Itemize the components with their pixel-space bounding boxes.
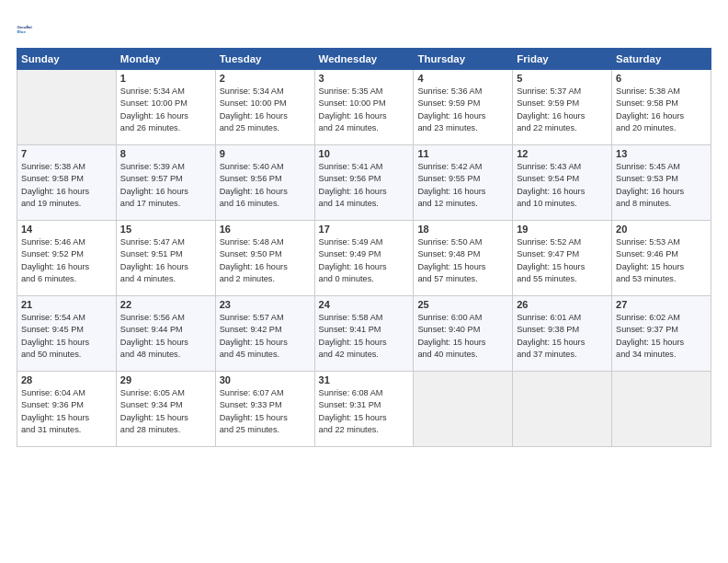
day-info: Sunrise: 5:39 AMSunset: 9:57 PMDaylight:…: [120, 161, 211, 210]
day-info: Sunrise: 5:45 AMSunset: 9:53 PMDaylight:…: [616, 161, 707, 210]
calendar-cell: 13Sunrise: 5:45 AMSunset: 9:53 PMDayligh…: [612, 145, 711, 221]
day-info: Sunrise: 5:34 AMSunset: 10:00 PMDaylight…: [220, 86, 311, 134]
day-info: Sunrise: 5:37 AMSunset: 9:59 PMDaylight:…: [517, 86, 608, 134]
calendar-cell: 15Sunrise: 5:47 AMSunset: 9:51 PMDayligh…: [116, 221, 215, 296]
calendar-cell: 12Sunrise: 5:43 AMSunset: 9:54 PMDayligh…: [513, 145, 612, 221]
calendar-cell: 19Sunrise: 5:52 AMSunset: 9:47 PMDayligh…: [513, 221, 612, 296]
weekday-header-wednesday: Wednesday: [314, 49, 414, 70]
day-info: Sunrise: 6:05 AMSunset: 9:34 PMDaylight:…: [120, 387, 211, 436]
day-info: Sunrise: 5:40 AMSunset: 9:56 PMDaylight:…: [220, 161, 311, 210]
calendar-cell: 22Sunrise: 5:56 AMSunset: 9:44 PMDayligh…: [116, 296, 215, 372]
calendar-cell: 30Sunrise: 6:07 AMSunset: 9:33 PMDayligh…: [215, 372, 314, 447]
day-number: 22: [120, 299, 211, 310]
calendar-cell: 31Sunrise: 6:08 AMSunset: 9:31 PMDayligh…: [314, 372, 414, 447]
calendar-cell: 16Sunrise: 5:48 AMSunset: 9:50 PMDayligh…: [215, 221, 314, 296]
day-info: Sunrise: 5:34 AMSunset: 10:00 PMDaylight…: [120, 86, 211, 134]
day-info: Sunrise: 5:36 AMSunset: 9:59 PMDaylight:…: [417, 86, 508, 134]
day-info: Sunrise: 5:56 AMSunset: 9:44 PMDaylight:…: [120, 312, 211, 361]
day-number: 2: [220, 73, 311, 84]
day-info: Sunrise: 5:54 AMSunset: 9:45 PMDaylight:…: [21, 312, 112, 361]
weekday-header-friday: Friday: [513, 49, 612, 70]
calendar-cell: 11Sunrise: 5:42 AMSunset: 9:55 PMDayligh…: [414, 145, 513, 221]
calendar-cell: 9Sunrise: 5:40 AMSunset: 9:56 PMDaylight…: [215, 145, 314, 221]
day-number: 23: [220, 299, 311, 310]
day-number: 24: [319, 299, 410, 310]
day-info: Sunrise: 5:57 AMSunset: 9:42 PMDaylight:…: [220, 312, 311, 361]
day-info: Sunrise: 6:01 AMSunset: 9:38 PMDaylight:…: [517, 312, 608, 361]
calendar-cell: 24Sunrise: 5:58 AMSunset: 9:41 PMDayligh…: [314, 296, 414, 372]
calendar-cell: 29Sunrise: 6:05 AMSunset: 9:34 PMDayligh…: [116, 372, 215, 447]
calendar-cell: 17Sunrise: 5:49 AMSunset: 9:49 PMDayligh…: [314, 221, 414, 296]
day-number: 12: [517, 148, 608, 159]
day-number: 30: [220, 374, 311, 385]
day-info: Sunrise: 5:47 AMSunset: 9:51 PMDaylight:…: [120, 236, 211, 285]
day-info: Sunrise: 5:38 AMSunset: 9:58 PMDaylight:…: [21, 161, 112, 210]
day-info: Sunrise: 5:42 AMSunset: 9:55 PMDaylight:…: [417, 161, 508, 210]
week-row-4: 21Sunrise: 5:54 AMSunset: 9:45 PMDayligh…: [17, 296, 711, 372]
calendar-cell: 2Sunrise: 5:34 AMSunset: 10:00 PMDayligh…: [215, 70, 314, 145]
calendar-cell: 3Sunrise: 5:35 AMSunset: 10:00 PMDayligh…: [314, 70, 414, 145]
calendar-cell: 25Sunrise: 6:00 AMSunset: 9:40 PMDayligh…: [414, 296, 513, 372]
calendar-cell: 7Sunrise: 5:38 AMSunset: 9:58 PMDaylight…: [17, 145, 117, 221]
calendar-cell: 18Sunrise: 5:50 AMSunset: 9:48 PMDayligh…: [414, 221, 513, 296]
day-number: 25: [417, 299, 508, 310]
day-number: 29: [120, 374, 211, 385]
weekday-header-thursday: Thursday: [414, 49, 513, 70]
day-number: 16: [220, 224, 311, 235]
calendar-cell: 4Sunrise: 5:36 AMSunset: 9:59 PMDaylight…: [414, 70, 513, 145]
day-number: 5: [517, 73, 608, 84]
day-info: Sunrise: 5:53 AMSunset: 9:46 PMDaylight:…: [616, 236, 707, 285]
day-info: Sunrise: 5:52 AMSunset: 9:47 PMDaylight:…: [517, 236, 608, 285]
calendar-cell: [513, 372, 612, 447]
weekday-header-sunday: Sunday: [17, 49, 117, 70]
day-info: Sunrise: 6:08 AMSunset: 9:31 PMDaylight:…: [319, 387, 410, 436]
calendar-cell: 27Sunrise: 6:02 AMSunset: 9:37 PMDayligh…: [612, 296, 711, 372]
calendar-container: General Blue SundayMondayTuesdayWednesda…: [0, 0, 728, 456]
calendar-cell: [17, 70, 117, 145]
week-row-3: 14Sunrise: 5:46 AMSunset: 9:52 PMDayligh…: [17, 221, 711, 296]
day-number: 6: [616, 73, 707, 84]
logo: General Blue: [17, 17, 42, 42]
week-row-2: 7Sunrise: 5:38 AMSunset: 9:58 PMDaylight…: [17, 145, 711, 221]
day-number: 17: [319, 224, 410, 235]
calendar-cell: 6Sunrise: 5:38 AMSunset: 9:58 PMDaylight…: [612, 70, 711, 145]
week-row-5: 28Sunrise: 6:04 AMSunset: 9:36 PMDayligh…: [17, 372, 711, 447]
day-info: Sunrise: 6:02 AMSunset: 9:37 PMDaylight:…: [616, 312, 707, 361]
svg-text:Blue: Blue: [17, 29, 26, 34]
calendar-cell: 14Sunrise: 5:46 AMSunset: 9:52 PMDayligh…: [17, 221, 117, 296]
day-number: 14: [21, 224, 112, 235]
calendar-cell: [414, 372, 513, 447]
day-info: Sunrise: 6:07 AMSunset: 9:33 PMDaylight:…: [220, 387, 311, 436]
calendar-cell: 8Sunrise: 5:39 AMSunset: 9:57 PMDaylight…: [116, 145, 215, 221]
weekday-header-monday: Monday: [116, 49, 215, 70]
day-number: 3: [319, 73, 410, 84]
day-number: 4: [417, 73, 508, 84]
day-number: 8: [120, 148, 211, 159]
day-info: Sunrise: 5:58 AMSunset: 9:41 PMDaylight:…: [319, 312, 410, 361]
day-info: Sunrise: 6:04 AMSunset: 9:36 PMDaylight:…: [21, 387, 112, 436]
day-number: 13: [616, 148, 707, 159]
calendar-cell: 23Sunrise: 5:57 AMSunset: 9:42 PMDayligh…: [215, 296, 314, 372]
calendar-cell: 26Sunrise: 6:01 AMSunset: 9:38 PMDayligh…: [513, 296, 612, 372]
day-info: Sunrise: 5:41 AMSunset: 9:56 PMDaylight:…: [319, 161, 410, 210]
day-number: 1: [120, 73, 211, 84]
day-number: 31: [319, 374, 410, 385]
svg-text:General: General: [17, 25, 31, 29]
calendar-cell: 1Sunrise: 5:34 AMSunset: 10:00 PMDayligh…: [116, 70, 215, 145]
day-number: 10: [319, 148, 410, 159]
day-number: 9: [220, 148, 311, 159]
day-info: Sunrise: 5:49 AMSunset: 9:49 PMDaylight:…: [319, 236, 410, 285]
day-number: 11: [417, 148, 508, 159]
logo-icon: General Blue: [17, 17, 42, 42]
day-number: 19: [517, 224, 608, 235]
calendar-cell: 10Sunrise: 5:41 AMSunset: 9:56 PMDayligh…: [314, 145, 414, 221]
weekday-header-saturday: Saturday: [612, 49, 711, 70]
day-number: 20: [616, 224, 707, 235]
calendar-cell: [612, 372, 711, 447]
weekday-header-tuesday: Tuesday: [215, 49, 314, 70]
calendar-cell: 5Sunrise: 5:37 AMSunset: 9:59 PMDaylight…: [513, 70, 612, 145]
day-info: Sunrise: 5:50 AMSunset: 9:48 PMDaylight:…: [417, 236, 508, 285]
day-number: 21: [21, 299, 112, 310]
day-info: Sunrise: 5:35 AMSunset: 10:00 PMDaylight…: [319, 86, 410, 134]
day-info: Sunrise: 5:46 AMSunset: 9:52 PMDaylight:…: [21, 236, 112, 285]
